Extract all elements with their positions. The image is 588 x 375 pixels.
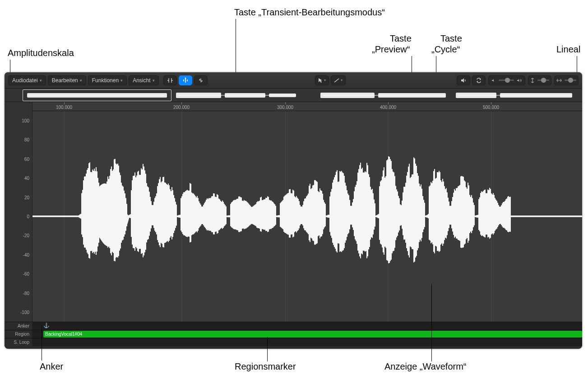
- horizontal-zoom-slider[interactable]: [554, 75, 579, 85]
- amp-label: -60: [23, 272, 29, 277]
- anchor-track-content[interactable]: ⚓: [32, 322, 582, 330]
- ruler-corner: [5, 102, 32, 111]
- vertical-zoom-icon: [530, 78, 535, 83]
- bottom-tracks: Anker ⚓ Region BackingVocal1#04 S. Loop: [5, 322, 582, 346]
- menu-label: Audiodatei: [12, 77, 38, 84]
- ann-line: [267, 337, 268, 361]
- ruler-tick-label: 100.000: [56, 105, 72, 110]
- overview-selection[interactable]: [23, 89, 171, 101]
- ruler-tick-label: 300.000: [277, 105, 293, 110]
- amp-label: 60: [24, 156, 29, 161]
- amp-label: 80: [24, 137, 29, 142]
- amp-label: 20: [24, 195, 29, 200]
- chevron-down-icon: ▾: [80, 78, 82, 83]
- chevron-down-icon: ▾: [341, 78, 343, 82]
- link-button[interactable]: [194, 75, 208, 85]
- volume-high-icon: [517, 78, 522, 83]
- ann-line: [42, 325, 42, 361]
- menu-audiodatei[interactable]: Audiodatei▾: [8, 75, 46, 85]
- waveform-area[interactable]: [32, 111, 582, 322]
- menu-funktionen[interactable]: Funktionen▾: [88, 75, 127, 85]
- main-waveform: [32, 111, 582, 322]
- volume-low-icon: [491, 78, 496, 83]
- chevron-down-icon: ▾: [40, 78, 42, 83]
- chevron-down-icon: ▾: [120, 78, 123, 83]
- pencil-tool[interactable]: ▾: [331, 75, 346, 85]
- horizontal-zoom-icon: [556, 78, 562, 83]
- ruler-tick-label: 400.000: [380, 105, 396, 110]
- flex-mode-button[interactable]: [163, 75, 177, 85]
- annotation-waveform-display: Anzeige „Waveform“: [384, 361, 467, 372]
- transient-edit-mode-button[interactable]: [179, 75, 192, 85]
- pointer-tool[interactable]: ▾: [315, 75, 329, 85]
- chevron-down-icon: ▾: [153, 78, 155, 83]
- amplitude-scale: 100 80 60 40 20 0 -20 -40 -60 -80 -100: [5, 111, 32, 322]
- svg-point-0: [185, 77, 186, 79]
- sloop-track: S. Loop: [5, 338, 582, 346]
- track-label: Region: [5, 330, 32, 338]
- slider-track[interactable]: [537, 80, 549, 81]
- annotation-transient-mode: Taste „Transient-Bearbeitungsmodus“: [234, 7, 385, 18]
- preview-button[interactable]: [457, 75, 470, 85]
- menu-label: Ansicht: [133, 77, 150, 84]
- annotation-anchor: Anker: [40, 361, 63, 372]
- slider-track[interactable]: [565, 80, 576, 81]
- ann-line: [431, 284, 432, 361]
- volume-slider[interactable]: [488, 75, 525, 85]
- amp-label: 100: [22, 118, 29, 123]
- annotation-regionmarker: Regionsmarker: [235, 361, 296, 372]
- amp-label: -80: [23, 291, 29, 295]
- amp-label: -40: [23, 252, 29, 257]
- menu-ansicht[interactable]: Ansicht▾: [129, 75, 158, 85]
- waveform-display[interactable]: 100 80 60 40 20 0 -20 -40 -60 -80 -100: [5, 111, 582, 322]
- slider-thumb[interactable]: [568, 78, 573, 83]
- slider-thumb[interactable]: [541, 78, 546, 83]
- anchor-icon[interactable]: ⚓: [43, 323, 50, 328]
- amp-label: -20: [23, 233, 29, 238]
- region-marker[interactable]: BackingVocal1#04: [43, 331, 582, 338]
- region-name: BackingVocal1#04: [45, 332, 82, 337]
- region-track: Region BackingVocal1#04: [5, 330, 582, 338]
- vertical-zoom-slider[interactable]: [528, 75, 551, 85]
- audio-file-editor: Audiodatei▾ Bearbeiten▾ Funktionen▾ Ansi…: [5, 72, 582, 349]
- slider-track[interactable]: [499, 80, 514, 81]
- ruler[interactable]: 100.000 200.000 300.000 400.000 500.000: [5, 102, 582, 111]
- annotation-cycle-1: Taste: [440, 33, 462, 44]
- slider-thumb[interactable]: [505, 78, 510, 83]
- annotation-cycle-2: „Cycle“: [431, 44, 460, 55]
- annotation-ruler: Lineal: [556, 44, 580, 55]
- toolbar: Audiodatei▾ Bearbeiten▾ Funktionen▾ Ansi…: [5, 72, 582, 89]
- annotation-amplitude-scale: Amplitudenskala: [8, 48, 74, 58]
- waveform-overview[interactable]: [5, 89, 582, 102]
- track-label: Anker: [5, 322, 32, 330]
- menu-bearbeiten[interactable]: Bearbeiten▾: [48, 75, 86, 85]
- ruler-tick-label: 500.000: [483, 105, 499, 110]
- annotation-preview-2: „Preview“: [372, 44, 410, 55]
- ruler-tick-label: 200.000: [173, 105, 190, 110]
- cycle-button[interactable]: [472, 75, 486, 85]
- region-track-content[interactable]: BackingVocal1#04: [32, 330, 582, 338]
- menu-cluster: Audiodatei▾ Bearbeiten▾ Funktionen▾ Ansi…: [8, 75, 159, 85]
- annotation-preview-1: Taste: [390, 33, 412, 44]
- amp-label: 0: [27, 214, 29, 219]
- sloop-content[interactable]: [32, 338, 582, 346]
- menu-label: Bearbeiten: [52, 77, 78, 84]
- track-label: S. Loop: [5, 338, 32, 346]
- amp-label: -100: [20, 310, 29, 315]
- ann-line: [236, 19, 236, 78]
- chevron-down-icon: ▾: [324, 78, 326, 82]
- amp-label: 40: [24, 176, 29, 181]
- anchor-track: Anker ⚓: [5, 322, 582, 330]
- menu-label: Funktionen: [92, 77, 119, 84]
